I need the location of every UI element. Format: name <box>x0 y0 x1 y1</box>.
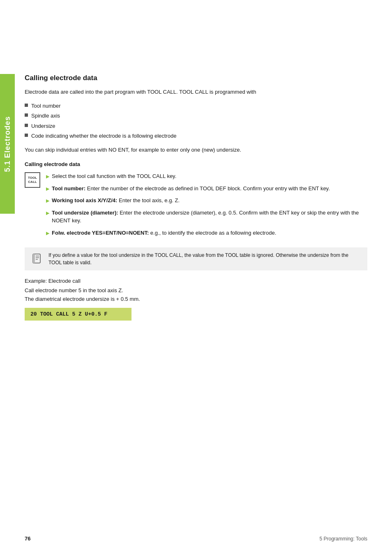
list-item: Tool number <box>25 102 367 110</box>
page-number: 76 <box>25 536 30 542</box>
steps-list: ▶ Select the tool call function with the… <box>46 172 367 241</box>
footer-label: 5 Programming: Tools <box>320 536 368 542</box>
arrow-icon: ▶ <box>46 185 49 192</box>
list-item-label: Tool number <box>31 102 61 110</box>
skip-text: You can skip individual entries with NO … <box>25 146 367 154</box>
instruction-block: TOOL CALL ▶ Select the tool call functio… <box>25 172 367 241</box>
tool-call-icon-line1: TOOL <box>28 176 37 180</box>
svg-rect-1 <box>33 254 35 263</box>
list-item: Code indicating whether the electrode is… <box>25 132 367 140</box>
list-item-label: Code indicating whether the electrode is… <box>31 132 176 140</box>
arrow-icon: ▶ <box>46 230 49 237</box>
page-footer: 76 5 Programming: Tools <box>0 536 392 542</box>
step-text: Tool number: Enter the number of the ele… <box>52 185 330 193</box>
intro-text: Electrode data are called into the part … <box>25 88 367 96</box>
page-title: Calling electrode data <box>25 74 367 82</box>
step-item: ▶ Working tool axis X/Y/Z/4: Enter the t… <box>46 196 367 205</box>
sub-heading: Calling electrode data <box>25 161 367 167</box>
step-bold: Folw. electrode YES=ENT/NO=NOENT: <box>52 230 149 236</box>
example-label: Example: Electrode call <box>25 278 367 284</box>
step-item: ▶ Select the tool call function with the… <box>46 172 367 180</box>
step-bold: Tool number: <box>52 185 85 192</box>
arrow-icon: ▶ <box>46 173 49 180</box>
list-item: Spindle axis <box>25 112 367 120</box>
arrow-icon: ▶ <box>46 197 49 204</box>
step-text: Select the tool call function with the T… <box>52 172 176 180</box>
bullet-icon <box>25 104 28 107</box>
list-item-label: Undersize <box>31 122 55 130</box>
step-item: ▶ Tool number: Enter the number of the e… <box>46 185 367 193</box>
bullet-icon <box>25 134 28 137</box>
example-desc-line1: Call electrode number 5 in the tool axis… <box>25 286 367 304</box>
side-tab: 5.1 Electrodes <box>0 74 15 214</box>
step-text: Working tool axis X/Y/Z/4: Enter the too… <box>52 196 180 205</box>
code-block: 20 TOOL CALL 5 Z U+0.5 F <box>25 308 131 321</box>
main-content: Calling electrode data Electrode data ar… <box>25 0 367 353</box>
step-bold: Tool undersize (diameter): <box>52 210 118 216</box>
bullet-list: Tool number Spindle axis Undersize Code … <box>25 102 367 140</box>
list-item-label: Spindle axis <box>31 112 60 120</box>
step-item: ▶ Folw. electrode YES=ENT/NO=NOENT: e.g.… <box>46 229 367 237</box>
note-icon <box>30 252 44 265</box>
bullet-icon <box>25 124 28 127</box>
side-tab-label: 5.1 Electrodes <box>3 116 12 172</box>
step-text: Folw. electrode YES=ENT/NO=NOENT: e.g., … <box>52 229 276 237</box>
book-icon <box>31 252 43 264</box>
bullet-icon <box>25 113 28 117</box>
list-item: Undersize <box>25 122 367 130</box>
step-item: ▶ Tool undersize (diameter): Enter the e… <box>46 209 367 225</box>
tool-call-icon: TOOL CALL <box>25 172 40 188</box>
step-text: Tool undersize (diameter): Enter the ele… <box>52 209 367 225</box>
step-bold: Working tool axis X/Y/Z/4: <box>52 197 117 203</box>
arrow-icon: ▶ <box>46 210 49 217</box>
note-box: If you define a value for the tool under… <box>25 247 367 270</box>
tool-call-icon-line2: CALL <box>28 180 37 184</box>
note-text: If you define a value for the tool under… <box>48 252 362 266</box>
